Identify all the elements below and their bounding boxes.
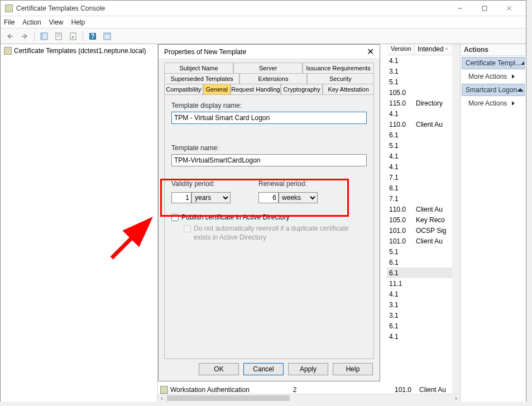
menubar: File Action View Help (1, 16, 526, 28)
list-row[interactable]: 6.1 (387, 257, 460, 268)
navigation-tree[interactable]: Certificate Templates (dctest1.neptune.l… (1, 44, 158, 402)
more-actions-1[interactable]: More Actions (461, 70, 526, 83)
actions-group-templates[interactable]: Certificate Templ... (462, 57, 525, 69)
tab-extensions[interactable]: Extensions (239, 73, 306, 84)
chevron-right-icon (512, 74, 518, 79)
list-row[interactable]: 4.1 (387, 108, 460, 119)
menu-action[interactable]: Action (22, 18, 41, 26)
list-row[interactable]: 4.1 (387, 331, 460, 342)
tab-superseded[interactable]: Superseded Templates (164, 73, 239, 84)
menu-view[interactable]: View (49, 18, 64, 26)
list-row[interactable]: 4.1 (387, 161, 460, 172)
properties-dialog: Properties of New Template ✕ Subject Nam… (158, 44, 380, 381)
list-row[interactable]: 7.1 (387, 193, 460, 204)
no-reenroll-label: Do not automatically reenroll if a dupli… (194, 225, 367, 242)
list-row[interactable]: 3.1 (387, 310, 460, 321)
publish-checkbox[interactable] (171, 214, 179, 221)
tab-key-attestation[interactable]: Key Attestation (323, 84, 374, 94)
tab-subject-name[interactable]: Subject Name (164, 63, 233, 73)
list-row[interactable]: 5.1 (387, 246, 460, 257)
list-row[interactable]: 4.1 (387, 55, 460, 66)
cancel-button[interactable]: Cancel (243, 363, 284, 375)
tab-security[interactable]: Security (307, 73, 374, 84)
titlebar: Certificate Templates Console (1, 1, 526, 16)
vertical-scrollbar[interactable] (452, 44, 460, 394)
certificate-templates-icon (4, 47, 12, 55)
svg-rect-13 (104, 33, 111, 35)
list-body: 4.13.15.1105.0115.0Directory4.1110.0Clie… (387, 55, 460, 398)
help-button[interactable]: Help (333, 363, 373, 375)
list-row[interactable]: 101.0Client Au (387, 236, 460, 246)
tab-compatibility[interactable]: Compatibility (164, 84, 203, 94)
validity-unit-select[interactable]: years (191, 192, 231, 203)
dialog-titlebar: Properties of New Template ✕ (159, 45, 380, 59)
list-row[interactable]: 115.0Directory (387, 98, 460, 108)
window-title: Certificate Templates Console (16, 4, 448, 12)
list-row[interactable]: 110.0Client Au (387, 204, 460, 214)
more-actions-2[interactable]: More Actions (461, 97, 526, 109)
properties-button[interactable] (52, 30, 65, 42)
refresh-button[interactable] (67, 30, 79, 42)
menu-help[interactable]: Help (71, 18, 85, 26)
list-row[interactable]: 7.1 (387, 172, 460, 183)
tab-cryptography[interactable]: Cryptography (281, 84, 323, 94)
maximize-button[interactable] (472, 1, 497, 16)
list-row[interactable]: 8.1 (387, 183, 460, 193)
list-row[interactable]: 5.1 (387, 140, 460, 151)
collapse-icon (517, 88, 524, 92)
template-icon (160, 386, 168, 394)
publish-label: Publish certificate in Active Directory (181, 213, 289, 221)
menu-file[interactable]: File (4, 18, 15, 26)
chevron-right-icon (512, 101, 518, 106)
horizontal-scrollbar[interactable]: ‹ › (158, 394, 460, 402)
ok-button[interactable]: OK (199, 363, 239, 375)
list-header: Version Intended ^ (387, 44, 460, 55)
list-row[interactable]: 11.1 (387, 278, 460, 289)
validity-label: Validity period: (171, 180, 231, 188)
back-button[interactable] (4, 30, 16, 42)
list-row[interactable]: 105.0 (387, 87, 460, 98)
svg-text:?: ? (90, 32, 94, 40)
list-row[interactable]: 3.1 (387, 299, 460, 310)
dialog-title: Properties of New Template (164, 48, 246, 56)
collapse-icon (521, 61, 525, 65)
list-row[interactable]: 4.1 (387, 151, 460, 161)
tab-panel-general: Template display name: Template name: Va… (164, 94, 374, 359)
list-row[interactable]: 3.1 (387, 66, 460, 77)
list-row[interactable]: 4.1 (387, 289, 460, 299)
svg-rect-1 (482, 6, 487, 11)
actions-header: Actions (461, 44, 526, 56)
minimize-button[interactable] (448, 1, 472, 16)
svg-rect-5 (41, 33, 43, 40)
list-row[interactable]: 6.1 (387, 268, 460, 278)
tab-request-handling[interactable]: Request Handling (231, 84, 281, 94)
template-name-input[interactable] (171, 154, 367, 166)
tree-root[interactable]: Certificate Templates (dctest1.neptune.l… (3, 46, 155, 55)
column-version[interactable]: Version (387, 44, 414, 55)
help-button[interactable]: ? (87, 30, 99, 42)
list-row[interactable]: 5.1 (387, 77, 460, 87)
view-button[interactable] (101, 30, 113, 42)
actions-group-smartcard[interactable]: Smartcard Logon (462, 84, 525, 96)
apply-button[interactable]: Apply (288, 363, 328, 375)
dialog-close-button[interactable]: ✕ (367, 46, 374, 57)
show-tree-button[interactable] (38, 30, 50, 42)
list-row[interactable]: 6.1 (387, 321, 460, 331)
list-row[interactable]: 110.0Client Au (387, 119, 460, 130)
toolbar: ? (1, 28, 526, 44)
close-button[interactable] (497, 1, 521, 16)
tab-server[interactable]: Server (233, 63, 303, 73)
forward-button[interactable] (18, 30, 31, 42)
renewal-value-input[interactable] (258, 192, 279, 203)
display-name-input[interactable] (171, 112, 367, 124)
list-row[interactable]: 105.0Key Reco (387, 214, 460, 225)
list-row[interactable]: 6.1 (387, 130, 460, 140)
validity-value-input[interactable] (171, 192, 191, 203)
renewal-unit-select[interactable]: weeks (279, 192, 318, 203)
tab-general[interactable]: General (203, 84, 231, 94)
display-name-label: Template display name: (171, 102, 367, 109)
renewal-label: Renewal period: (258, 180, 318, 188)
list-row[interactable]: 101.0OCSP Sig (387, 225, 460, 236)
no-reenroll-checkbox (184, 225, 191, 232)
tab-issuance[interactable]: Issuance Requirements (303, 63, 374, 73)
